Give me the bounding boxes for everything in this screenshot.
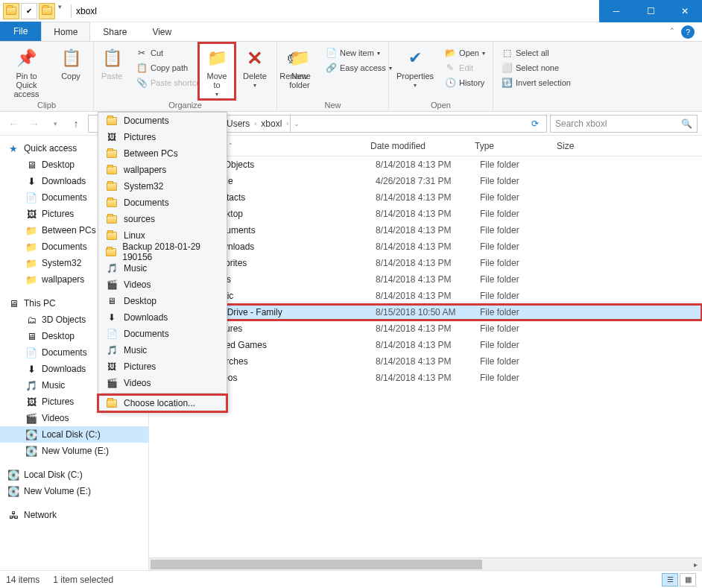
nav-pc-item[interactable]: 💽Local Disk (C:) — [0, 426, 148, 443]
dropdown-choose-location[interactable]: Choose location... — [98, 395, 227, 411]
new-folder-button[interactable]: 📁 New folder — [282, 45, 317, 91]
file-row[interactable]: ⬇Downloads8/14/2018 4:13 PMFile folder — [149, 238, 702, 255]
view-large-button[interactable]: ▦ — [680, 573, 696, 587]
search-box[interactable]: Search xboxl 🔍 — [550, 115, 698, 133]
easy-access-icon: 🔗 — [325, 62, 337, 74]
dropdown-item[interactable]: 🎵Music — [98, 342, 227, 358]
nav-network[interactable]: 🖧Network — [0, 507, 148, 523]
paste-button: 📋 Paste — [94, 45, 130, 89]
copy-path-button[interactable]: 📋Copy path — [133, 61, 206, 75]
dropdown-item[interactable]: ⬇Downloads — [98, 309, 227, 326]
qat-explorer-icon[interactable] — [3, 3, 19, 19]
file-row[interactable]: 🖼Pictures8/14/2018 4:13 PMFile folder — [149, 320, 702, 337]
dropdown-item[interactable]: Backup 2018-01-29 190156 — [98, 244, 227, 260]
choose-location-icon — [106, 397, 118, 409]
dropdown-item[interactable]: 🖼Pictures — [98, 358, 227, 375]
file-row[interactable]: Apple4/26/2018 7:31 PMFile folder — [149, 173, 702, 189]
help-button[interactable]: ? — [681, 25, 695, 39]
move-to-button[interactable]: 📁 Move to ▾ — [199, 43, 235, 99]
dropdown-item[interactable]: 🎬Videos — [98, 375, 227, 391]
file-row[interactable]: 📄Documents8/14/2018 4:13 PMFile folder — [149, 222, 702, 238]
copy-button[interactable]: 📋 Copy — [53, 45, 89, 100]
cut-button[interactable]: ✂Cut — [133, 46, 206, 60]
select-none-button[interactable]: ⬜Select none — [498, 61, 586, 75]
dropdown-item[interactable]: 🖥Desktop — [98, 293, 227, 309]
file-row[interactable]: 🎵Music8/14/2018 4:13 PMFile folder — [149, 288, 702, 304]
easy-access-button[interactable]: 🔗Easy access ▾ — [322, 61, 395, 75]
dropdown-item[interactable]: Between PCs — [98, 145, 227, 162]
file-name: Downloads — [209, 241, 376, 252]
clipboard-group-label: Clipb — [0, 101, 93, 110]
up-button[interactable]: ↑ — [67, 115, 85, 133]
file-list-pane: Name˄ Date modified Type Size 🗂3D Object… — [149, 136, 702, 570]
qat-folder-icon[interactable] — [39, 3, 55, 19]
scroll-right-icon[interactable]: ▸ — [689, 558, 702, 570]
cut-icon: ✂ — [136, 47, 148, 59]
nav-pc-item[interactable]: 💽New Volume (E:) — [0, 443, 148, 459]
invert-selection-button[interactable]: 🔃Invert selection — [498, 76, 586, 89]
recent-dropdown[interactable]: ▾ — [46, 115, 64, 133]
column-headers: Name˄ Date modified Type Size — [149, 136, 702, 157]
delete-button[interactable]: ✕ Delete ▾ — [237, 45, 273, 99]
open-button[interactable]: 📂Open ▾ — [441, 46, 488, 60]
history-button[interactable]: 🕓History — [441, 76, 488, 89]
file-row[interactable]: 🖥Desktop8/14/2018 4:13 PMFile folder — [149, 206, 702, 222]
qat-dropdown-icon[interactable]: ▾ — [57, 3, 63, 19]
new-item-button[interactable]: 📄New item ▾ — [322, 46, 395, 60]
dropdown-item[interactable]: 📄Documents — [98, 326, 227, 342]
breadcrumb-xboxl[interactable]: xboxl — [258, 118, 285, 129]
file-row[interactable]: 🎮Saved Games8/14/2018 4:13 PMFile folder — [149, 337, 702, 353]
file-row[interactable]: 🔍Searches8/14/2018 4:13 PMFile folder — [149, 353, 702, 370]
address-dropdown-icon[interactable]: ⌄ — [290, 116, 303, 132]
file-name: OneDrive - Family — [209, 307, 376, 317]
tab-file[interactable]: File — [0, 22, 41, 41]
close-button[interactable]: ✕ — [668, 0, 702, 22]
dropdown-item[interactable]: 🎬Videos — [98, 276, 227, 293]
tab-view[interactable]: View — [139, 22, 184, 41]
dropdown-item[interactable]: 🖼Pictures — [98, 129, 227, 145]
breadcrumb-users[interactable]: Users — [224, 118, 253, 129]
select-all-button[interactable]: ⬚Select all — [498, 46, 586, 60]
file-list[interactable]: 🗂3D Objects8/14/2018 4:13 PMFile folderA… — [149, 157, 702, 570]
back-button[interactable]: ← — [4, 115, 22, 133]
view-details-button[interactable]: ☰ — [662, 573, 678, 587]
file-type: File folder — [480, 274, 562, 285]
nav-item-icon: ⬇ — [25, 363, 37, 375]
dropdown-item[interactable]: Documents — [98, 113, 227, 129]
column-date[interactable]: Date modified — [364, 141, 469, 151]
nav-drive-item[interactable]: 💽New Volume (E:) — [0, 483, 148, 499]
file-row[interactable]: ⭐Favorites8/14/2018 4:13 PMFile folder — [149, 255, 702, 271]
ribbon-collapse-icon[interactable]: ⌃ — [669, 27, 675, 34]
tab-share[interactable]: Share — [90, 22, 139, 41]
dropdown-item[interactable]: sources — [98, 211, 227, 227]
file-row[interactable]: 🎬Videos8/14/2018 4:13 PMFile folder — [149, 370, 702, 386]
refresh-button[interactable]: ⟳ — [527, 118, 543, 129]
maximize-button[interactable]: ☐ — [633, 0, 668, 22]
scroll-thumb[interactable] — [151, 560, 482, 569]
file-row[interactable]: 👤Contacts8/14/2018 4:13 PMFile folder — [149, 189, 702, 206]
file-type: File folder — [480, 176, 562, 186]
file-row[interactable]: 🔗Links8/14/2018 4:13 PMFile folder — [149, 271, 702, 288]
nav-pc-item[interactable]: 🎬Videos — [0, 410, 148, 426]
column-type[interactable]: Type — [469, 141, 551, 151]
properties-button[interactable]: ✔ Properties ▾ — [393, 45, 437, 90]
dropdown-item[interactable]: Documents — [98, 195, 227, 211]
column-size[interactable]: Size — [551, 141, 595, 151]
qat-checkbox-icon[interactable]: ✔ — [21, 3, 37, 19]
file-name: Searches — [209, 356, 376, 367]
pin-quick-access-button[interactable]: 📌 Pin to Quick access — [4, 45, 48, 100]
file-type: File folder — [480, 307, 562, 317]
tab-home[interactable]: Home — [41, 22, 90, 41]
nav-drive-item[interactable]: 💽Local Disk (C:) — [0, 467, 148, 483]
file-date: 8/14/2018 4:13 PM — [376, 356, 480, 367]
forward-button[interactable]: → — [25, 115, 43, 133]
file-name: Links — [209, 274, 376, 285]
minimize-button[interactable]: ─ — [599, 0, 633, 22]
dropdown-item[interactable]: System32 — [98, 178, 227, 195]
file-row[interactable]: OneDrive - Family8/15/2018 10:50 AMFile … — [149, 304, 702, 320]
dropdown-item[interactable]: wallpapers — [98, 162, 227, 178]
file-row[interactable]: 🗂3D Objects8/14/2018 4:13 PMFile folder — [149, 157, 702, 173]
file-date: 8/14/2018 4:13 PM — [376, 373, 480, 383]
dropdown-item[interactable]: 🎵Music — [98, 260, 227, 276]
horizontal-scrollbar[interactable]: ◂ ▸ — [149, 557, 702, 570]
